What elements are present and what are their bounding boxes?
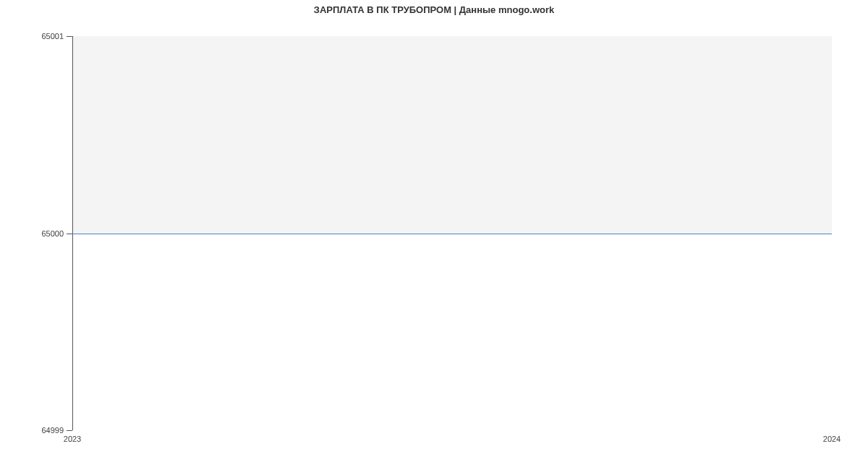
x-tick-label: 2023 [64, 435, 81, 443]
plot-background-upper [72, 36, 832, 234]
chart-plot-area: 65001 65000 64999 2023 2024 [72, 36, 832, 430]
y-tick-label: 64999 [41, 426, 64, 435]
y-tick-label: 65001 [41, 32, 64, 40]
data-line-salary [72, 234, 832, 234]
y-tick [67, 36, 72, 37]
y-tick [67, 430, 72, 431]
y-tick-label: 65000 [41, 229, 64, 238]
x-tick-label: 2024 [823, 435, 841, 443]
y-tick [67, 234, 72, 234]
chart-title: ЗАРПЛАТА В ПК ТРУБОПРОМ | Данные mnogo.w… [0, 0, 868, 15]
